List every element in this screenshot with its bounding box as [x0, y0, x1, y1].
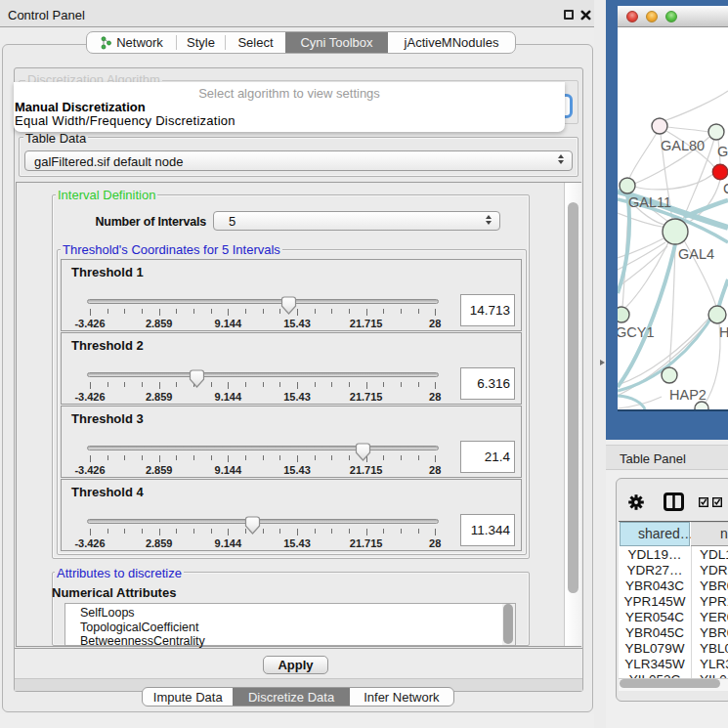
svg-text:GAL4: GAL4: [678, 246, 714, 262]
svg-text:GAL11: GAL11: [628, 194, 671, 210]
svg-text:GA: GA: [717, 144, 728, 159]
svg-text:GAL80: GAL80: [661, 138, 705, 153]
svg-text:C: C: [723, 181, 728, 196]
svg-text:H: H: [719, 324, 728, 340]
svg-text:GCY1: GCY1: [618, 324, 655, 340]
svg-text:HAP2: HAP2: [669, 387, 707, 403]
